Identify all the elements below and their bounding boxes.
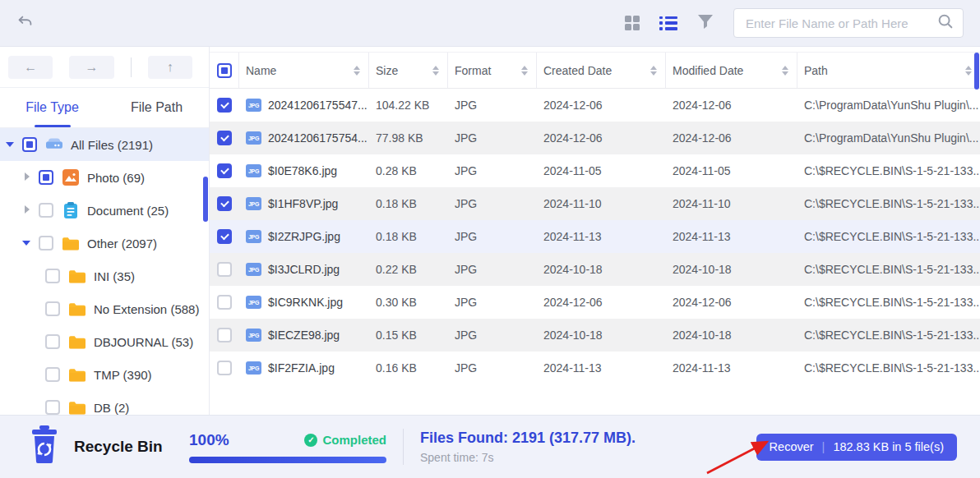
tree-expander-icon[interactable] [21,205,33,216]
modified-date: 2024-11-10 [666,197,797,210]
column-header-modified-date[interactable]: Modified Date [666,53,797,88]
tree-checkbox[interactable] [22,137,37,152]
tree-item[interactable]: INI (35) [0,260,209,292]
tree-expander-icon[interactable] [21,237,33,249]
sort-icon[interactable] [521,66,528,76]
search-icon[interactable] [936,12,955,34]
row-checkbox[interactable] [217,131,232,145]
tree-expander-icon[interactable] [5,139,16,150]
tree-checkbox[interactable] [45,334,60,349]
file-format: JPG [448,164,537,177]
sort-icon[interactable] [432,66,439,76]
jpg-file-icon: JPG [246,361,261,375]
table-row[interactable]: JPG$IECZE98.jpg0.15 KBJPG2024-10-182024-… [210,319,980,352]
table-row[interactable]: JPG$I0E78K6.jpg0.28 KBJPG2024-11-052024-… [210,154,980,187]
row-checkbox[interactable] [217,163,232,178]
status-footer: Recycle Bin 100% ✓ Completed Files Found… [0,415,980,478]
tree-item[interactable]: Document (25) [0,194,209,227]
folder-icon [62,235,79,251]
file-size: 104.22 KB [369,99,448,112]
file-format: JPG [448,361,537,375]
tree-checkbox[interactable] [45,400,60,415]
table-row[interactable]: JPG$I1HF8VP.jpg0.18 KBJPG2024-11-102024-… [210,187,980,220]
folder-icon [69,268,86,284]
tree-item[interactable]: DBJOURNAL (53) [0,325,209,358]
table-row[interactable]: JPG$I2ZRJPG.jpg0.18 KBJPG2024-11-132024-… [210,220,980,253]
nav-back-button[interactable]: ← [8,56,53,79]
search-box[interactable] [733,8,964,38]
tree-item[interactable]: Other (2097) [0,227,209,260]
table-row[interactable]: JPG20241206175547...104.22 KBJPG2024-12-… [210,89,980,122]
tree-checkbox[interactable] [45,301,60,316]
column-header-size[interactable]: Size [369,53,448,88]
sidebar-scrollbar[interactable] [203,177,208,222]
row-checkbox-cell [210,229,239,244]
document-icon [62,202,79,218]
sort-icon[interactable] [965,66,972,76]
modified-date: 2024-11-13 [666,230,797,243]
tree-checkbox[interactable] [45,367,60,382]
row-checkbox[interactable] [217,98,232,113]
column-header-label: Created Date [543,64,612,77]
row-checkbox[interactable] [217,361,232,375]
sort-icon[interactable] [354,66,360,76]
grid-view-icon[interactable] [625,16,640,30]
tree-checkbox[interactable] [39,170,53,185]
row-checkbox[interactable] [217,295,232,310]
tab-file-type[interactable]: File Type [0,88,104,127]
row-checkbox-cell [210,328,239,342]
sort-icon[interactable] [782,66,788,76]
row-checkbox[interactable] [217,196,232,211]
tree-item[interactable]: TMP (390) [0,358,209,391]
column-header-path[interactable]: Path [797,53,980,88]
tree-checkbox[interactable] [39,236,53,250]
tree-checkbox[interactable] [39,203,53,218]
file-size: 0.18 KB [369,230,448,243]
tree-item-label: DB (2) [94,401,129,415]
column-header-name[interactable]: Name [239,53,369,88]
created-date: 2024-11-10 [537,197,666,210]
table-body: JPG20241206175547...104.22 KBJPG2024-12-… [210,89,980,384]
file-size: 0.28 KB [369,164,448,177]
created-date: 2024-12-06 [537,99,666,112]
tree-item[interactable]: All Files (2191) [0,128,209,161]
tree-item[interactable]: No Extension (588) [0,292,209,325]
table-scrollbar[interactable] [974,53,979,90]
column-header-label: Format [455,64,491,77]
filter-icon[interactable] [697,14,714,33]
column-header-created-date[interactable]: Created Date [537,53,666,88]
select-all-checkbox[interactable] [217,63,232,78]
nav-forward-button[interactable]: → [69,56,113,79]
recover-button[interactable]: Recover | 182.83 KB in 5 file(s) [756,434,957,461]
file-name: $IF2FZIA.jpg [268,361,335,375]
back-button[interactable] [13,11,38,35]
file-size: 0.30 KB [369,296,448,309]
file-format: JPG [448,329,537,342]
column-header-format[interactable]: Format [448,53,537,88]
row-checkbox[interactable] [217,328,232,342]
column-header-label: Name [246,64,276,77]
jpg-file-icon: JPG [246,131,261,145]
tree-expander-icon[interactable] [21,172,33,183]
tab-file-path[interactable]: File Path [104,88,209,127]
sort-icon[interactable] [650,66,657,76]
table-row[interactable]: JPG20241206175754...77.98 KBJPG2024-12-0… [210,122,980,154]
row-checkbox[interactable] [217,229,232,244]
file-path: C:\$RECYCLE.BIN\S-1-5-21-133... [797,296,980,309]
select-all-cell [210,53,239,88]
nav-up-button[interactable]: ↑ [148,56,192,79]
search-input[interactable] [746,16,936,30]
tree-item[interactable]: Photo (69) [0,161,209,194]
row-checkbox[interactable] [217,262,232,277]
list-view-icon[interactable] [659,16,677,30]
table-row[interactable]: JPG$IC9RKNK.jpg0.30 KBJPG2024-12-062024-… [210,286,980,319]
created-date: 2024-12-06 [537,131,666,145]
progress-percent: 100% [189,431,229,449]
table-row[interactable]: JPG$IF2FZIA.jpg0.16 KBJPG2024-11-132024-… [210,352,980,384]
file-size: 0.18 KB [369,197,448,210]
file-name-cell: JPG$IF2FZIA.jpg [239,361,369,375]
tree-checkbox[interactable] [45,269,60,283]
file-name-cell: JPG$I3JCLRD.jpg [239,263,369,276]
app-window: ← → ↑ File Type File Path All Files (219… [0,0,980,478]
table-row[interactable]: JPG$I3JCLRD.jpg0.22 KBJPG2024-10-182024-… [210,253,980,286]
